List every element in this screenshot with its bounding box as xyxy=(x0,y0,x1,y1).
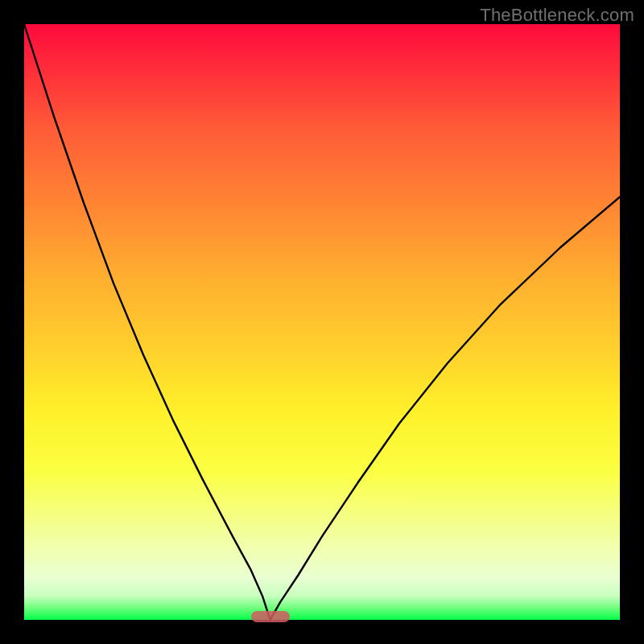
minimum-marker xyxy=(251,611,290,622)
watermark-text: TheBottleneck.com xyxy=(480,5,634,26)
bottleneck-curve xyxy=(24,24,620,620)
chart-frame: TheBottleneck.com xyxy=(0,0,644,644)
